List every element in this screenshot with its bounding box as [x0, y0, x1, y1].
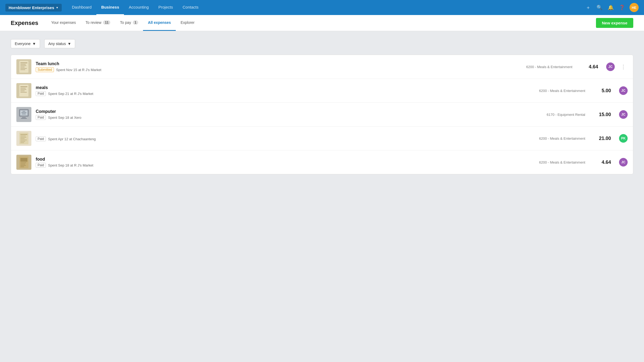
- svg-rect-33: [20, 167, 24, 167]
- help-icon[interactable]: ❓: [617, 3, 627, 12]
- table-row[interactable]: food Paid Spent Sep 18 at R J's Market 6…: [11, 150, 633, 174]
- nav-contacts[interactable]: Contacts: [178, 0, 203, 15]
- avatar: JC: [619, 110, 628, 119]
- top-nav: Hornblower Enterprises ▼ Dashboard Busin…: [0, 0, 644, 15]
- expense-receipt-thumb: [16, 131, 31, 146]
- sub-header: Expenses Your expenses To review 11 To p…: [0, 15, 644, 31]
- expense-receipt-thumb: [16, 83, 31, 98]
- svg-rect-27: [20, 142, 24, 143]
- svg-rect-3: [20, 65, 26, 66]
- everyone-filter[interactable]: Everyone ▼: [11, 39, 40, 48]
- tab-to-review-label: To review: [86, 20, 101, 25]
- tab-explorer-label: Explorer: [181, 20, 195, 25]
- new-expense-button[interactable]: New expense: [596, 18, 633, 28]
- nav-links: Dashboard Business Accounting Projects C…: [67, 0, 583, 15]
- tab-your-expenses[interactable]: Your expenses: [46, 15, 81, 31]
- tab-to-pay[interactable]: To pay 1: [115, 15, 143, 31]
- status-filter-label: Any status: [48, 42, 66, 46]
- svg-rect-6: [20, 69, 25, 70]
- expense-account: 6200 - Meals & Entertainment: [539, 136, 585, 141]
- status-badge: Paid: [36, 115, 46, 120]
- everyone-filter-label: Everyone: [15, 42, 31, 46]
- table-row[interactable]: Paid Spent Apr 12 at Chachaanteng 6200 -…: [11, 127, 633, 150]
- brand-name: Hornblower Enterprises: [9, 5, 54, 10]
- tab-to-review-badge: 11: [103, 20, 110, 25]
- svg-rect-16: [21, 118, 27, 119]
- svg-rect-26: [20, 141, 25, 142]
- expense-account: 6200 - Meals & Entertainment: [539, 160, 585, 164]
- svg-rect-10: [20, 89, 26, 90]
- tab-all-expenses[interactable]: All expenses: [143, 15, 176, 31]
- nav-accounting[interactable]: Accounting: [124, 0, 153, 15]
- brand-button[interactable]: Hornblower Enterprises ▼: [5, 4, 62, 12]
- expense-meta: Submitted Spent Nov 15 at R J's Market: [36, 67, 522, 72]
- svg-rect-24: [20, 138, 25, 139]
- status-badge: Paid: [36, 163, 46, 168]
- page-title: Expenses: [11, 20, 38, 27]
- expense-name: food: [36, 157, 535, 162]
- svg-rect-15: [22, 117, 26, 118]
- expense-info: food Paid Spent Sep 18 at R J's Market: [36, 157, 535, 168]
- expense-receipt-thumb: [16, 107, 31, 122]
- svg-rect-21: [20, 134, 27, 135]
- nav-business[interactable]: Business: [96, 0, 124, 15]
- main-content: Everyone ▼ Any status ▼: [0, 31, 644, 182]
- status-filter-chevron: ▼: [67, 42, 71, 46]
- svg-rect-29: [20, 158, 27, 162]
- expense-amount: 4.64: [582, 64, 598, 70]
- svg-rect-22: [20, 136, 26, 136]
- expense-detail: Spent Nov 15 at R J's Market: [56, 68, 101, 72]
- tab-your-expenses-label: Your expenses: [51, 20, 76, 25]
- table-row[interactable]: meals Paid Spent Sep 21 at R J's Market …: [11, 79, 633, 103]
- status-badge: Paid: [36, 136, 46, 141]
- expense-amount: 21.00: [595, 136, 611, 141]
- tab-explorer[interactable]: Explorer: [176, 15, 199, 31]
- nav-projects[interactable]: Projects: [153, 0, 178, 15]
- svg-rect-25: [20, 140, 27, 140]
- expense-receipt-thumb: [16, 155, 31, 170]
- avatar: JC: [619, 158, 628, 167]
- expense-info: Paid Spent Apr 12 at Chachaanteng: [36, 135, 535, 141]
- search-icon[interactable]: 🔍: [595, 3, 604, 12]
- expense-info: meals Paid Spent Sep 21 at R J's Market: [36, 85, 535, 96]
- tab-to-pay-label: To pay: [120, 20, 131, 25]
- expense-meta: Paid Spent Sep 18 at Xero: [36, 115, 542, 120]
- everyone-filter-chevron: ▼: [32, 42, 36, 46]
- expense-detail: Spent Apr 12 at Chachaanteng: [48, 137, 96, 141]
- expense-amount: 5.00: [595, 88, 611, 94]
- user-avatar[interactable]: HE: [630, 3, 639, 12]
- add-icon[interactable]: ＋: [583, 3, 593, 12]
- status-filter[interactable]: Any status ▼: [44, 39, 75, 48]
- tab-to-review[interactable]: To review 11: [81, 15, 115, 31]
- tab-to-pay-badge: 1: [133, 20, 138, 25]
- status-badge: Paid: [36, 91, 46, 96]
- svg-rect-2: [20, 64, 26, 65]
- table-row[interactable]: Computer Paid Spent Sep 18 at Xero 6170 …: [11, 103, 633, 127]
- expense-meta: Paid Spent Apr 12 at Chachaanteng: [36, 136, 535, 141]
- svg-rect-11: [20, 91, 25, 91]
- expense-receipt-thumb: [16, 59, 31, 74]
- expense-detail: Spent Sep 21 at R J's Market: [48, 92, 93, 96]
- svg-rect-12: [20, 92, 27, 93]
- svg-rect-1: [20, 62, 27, 63]
- notifications-icon[interactable]: 🔔: [606, 3, 616, 12]
- nav-dashboard[interactable]: Dashboard: [67, 0, 96, 15]
- expense-name: Computer: [36, 109, 542, 114]
- brand-chevron-icon: ▼: [56, 6, 58, 9]
- avatar: JC: [619, 86, 628, 95]
- svg-rect-5: [20, 68, 27, 69]
- more-options-button[interactable]: ⋮: [619, 63, 628, 71]
- svg-rect-23: [20, 137, 26, 138]
- nav-icons: ＋ 🔍 🔔 ❓ HE: [583, 3, 639, 12]
- expense-info: Computer Paid Spent Sep 18 at Xero: [36, 109, 542, 120]
- svg-rect-4: [20, 67, 25, 67]
- expense-name: Team lunch: [36, 61, 522, 66]
- expense-meta: Paid Spent Sep 18 at R J's Market: [36, 163, 535, 168]
- svg-rect-31: [20, 164, 25, 164]
- expense-account: 6200 - Meals & Entertainment: [526, 65, 572, 69]
- expense-list: Team lunch Submitted Spent Nov 15 at R J…: [11, 55, 633, 174]
- table-row[interactable]: Team lunch Submitted Spent Nov 15 at R J…: [11, 55, 633, 79]
- svg-rect-32: [20, 165, 26, 166]
- expense-amount: 15.00: [595, 112, 611, 117]
- tabs: Your expenses To review 11 To pay 1 All …: [46, 15, 596, 31]
